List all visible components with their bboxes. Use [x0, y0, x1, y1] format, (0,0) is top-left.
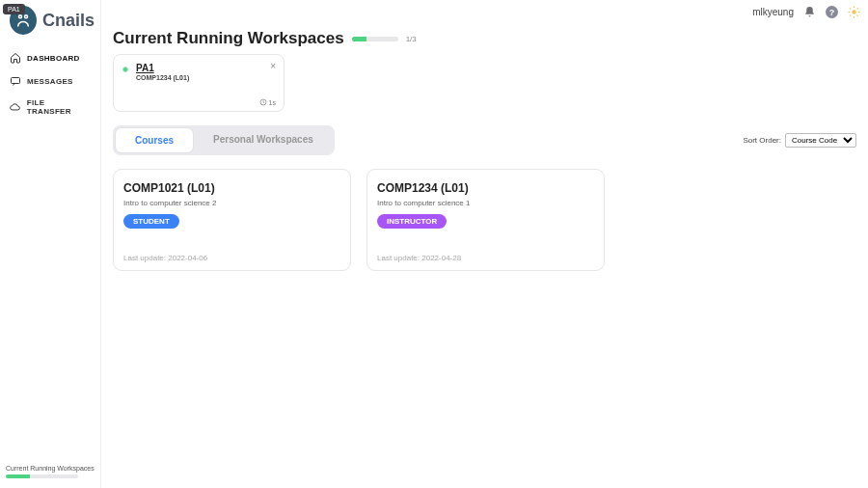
main: mlkyeung ? Current Running Workspaces 1/…	[101, 0, 868, 488]
sidebar-item-dashboard[interactable]: DASHBOARD	[0, 46, 100, 69]
workspace-course: COMP1234 (L01)	[136, 74, 274, 81]
sun-icon[interactable]	[848, 6, 860, 18]
sidebar-footer-title: Current Running Workspaces	[6, 465, 95, 472]
brand-name: Cnails	[42, 11, 95, 31]
sort-select[interactable]: Course Code	[785, 133, 856, 148]
svg-line-8	[850, 8, 851, 9]
svg-line-9	[857, 15, 858, 16]
course-subtitle: Intro to computer science 1	[377, 199, 594, 207]
workspace-card[interactable]: PA1 COMP1234 (L01) × 1s	[113, 54, 285, 112]
role-badge: STUDENT	[123, 214, 179, 229]
username[interactable]: mlkyeung	[752, 7, 794, 17]
nav-label: FILE TRANSFER	[27, 98, 91, 116]
nav: DASHBOARD MESSAGES FILE TRANSFER	[0, 41, 100, 122]
home-icon	[10, 52, 21, 64]
svg-line-11	[857, 8, 858, 9]
sidebar-item-messages[interactable]: MESSAGES	[0, 69, 100, 93]
tab-courses[interactable]: Courses	[115, 127, 194, 153]
close-icon[interactable]: ×	[270, 61, 276, 71]
clock-icon	[259, 98, 267, 106]
section-header: Current Running Workspaces 1/3	[113, 29, 856, 48]
role-badge: INSTRUCTOR	[377, 214, 447, 229]
svg-rect-2	[12, 78, 20, 84]
usage-bar	[352, 37, 398, 41]
tab-personal-workspaces[interactable]: Personal Workspaces	[194, 127, 333, 153]
course-card[interactable]: COMP1021 (L01) Intro to computer science…	[113, 169, 351, 271]
course-subtitle: Intro to computer science 2	[123, 199, 340, 207]
course-title: COMP1021 (L01)	[123, 181, 340, 195]
svg-point-0	[18, 15, 21, 18]
nav-label: DASHBOARD	[27, 54, 80, 63]
topbar: mlkyeung ?	[752, 6, 860, 18]
sidebar-item-file-transfer[interactable]: FILE TRANSFER	[0, 93, 100, 122]
course-card[interactable]: COMP1234 (L01) Intro to computer science…	[366, 169, 605, 271]
status-dot	[122, 67, 128, 72]
course-cards: COMP1021 (L01) Intro to computer science…	[113, 169, 856, 271]
usage-text: 1/3	[406, 35, 417, 43]
sidebar-usage-bar	[6, 474, 78, 478]
app-root: PA1 Cnails DASHBOARD MESSAGES FILE TRANS…	[0, 0, 868, 488]
workspace-name[interactable]: PA1	[136, 63, 274, 73]
nav-label: MESSAGES	[27, 77, 73, 86]
course-updated: Last update: 2022-04-06	[123, 254, 340, 262]
section-title: Current Running Workspaces	[113, 29, 344, 48]
course-title: COMP1234 (L01)	[377, 181, 594, 195]
bell-icon[interactable]	[803, 6, 816, 18]
svg-line-10	[850, 15, 851, 16]
course-updated: Last update: 2022-04-28	[377, 254, 594, 262]
svg-point-3	[852, 10, 855, 14]
sort-row: Sort Order: Course Code	[743, 133, 856, 148]
sidebar: PA1 Cnails DASHBOARD MESSAGES FILE TRANS…	[0, 0, 101, 488]
tabs-row: Courses Personal Workspaces Sort Order: …	[113, 125, 856, 155]
sidebar-footer: Current Running Workspaces	[0, 459, 100, 488]
workspace-time: 1s	[259, 98, 276, 106]
cloud-icon	[10, 101, 21, 113]
tab-container: Courses Personal Workspaces	[113, 125, 335, 155]
chat-icon	[10, 75, 21, 87]
workspace-tooltip: PA1	[3, 4, 25, 14]
workspace-time-text: 1s	[269, 99, 276, 106]
help-icon[interactable]: ?	[826, 6, 838, 18]
sort-label: Sort Order:	[743, 136, 781, 145]
svg-point-1	[24, 15, 27, 18]
